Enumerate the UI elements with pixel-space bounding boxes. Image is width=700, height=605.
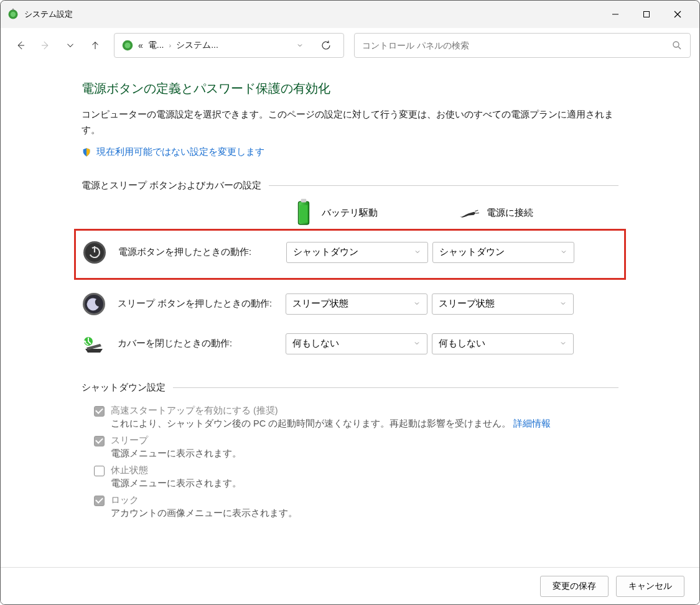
minimize-button[interactable] [600,4,631,25]
forward-button[interactable] [34,34,57,57]
unlock-link-text: 現在利用可能ではない設定を変更します [96,146,264,158]
chevron-down-icon [559,299,567,309]
select-value: シャットダウン [439,246,505,258]
address-bar[interactable]: « 電... › システム... [114,33,344,58]
checkbox-fast-startup[interactable] [94,406,105,417]
checkbox-desc: 電源メニューに表示されます。 [111,448,618,460]
chevron-down-icon [413,339,421,349]
section-shutdown: シャットダウン設定 高速スタートアップを有効にする (推奨) これにより、シャッ… [82,382,618,519]
details-link[interactable]: 詳細情報 [513,418,551,428]
sleep-button-plugged-select[interactable]: スリープ状態 [432,293,574,315]
page-title: 電源ボタンの定義とパスワード保護の有効化 [82,80,618,97]
svg-line-11 [678,47,681,49]
svg-line-16 [476,213,479,213]
refresh-button[interactable] [315,40,337,51]
search-icon[interactable] [671,40,683,51]
chevron-down-icon [414,247,421,257]
checkbox-label: ロック [111,494,618,506]
recent-button[interactable] [59,34,82,57]
select-value: スリープ状態 [439,298,495,310]
unlock-settings-link[interactable]: 現在利用可能ではない設定を変更します [82,146,264,158]
close-button[interactable] [662,4,693,25]
chevron-down-icon [559,339,567,349]
section-title: シャットダウン設定 [82,382,618,394]
breadcrumb-dropdown[interactable] [289,42,311,49]
svg-point-9 [124,42,130,48]
location-icon [121,39,134,52]
column-plugged: 電源に接続 [458,203,604,224]
app-icon [7,8,19,21]
breadcrumb-prefix: « [138,40,143,50]
checkbox-sleep[interactable] [94,436,105,446]
save-button[interactable]: 変更の保存 [540,576,609,597]
breadcrumb-part1[interactable]: 電... [148,40,164,51]
lid-close-icon [82,331,106,356]
checkbox-label: 休止状態 [111,464,618,476]
lid-close-battery-select[interactable]: 何もしない [286,333,427,354]
back-button[interactable] [9,34,32,57]
column-plugged-label: 電源に接続 [487,207,533,219]
checkbox-label: スリープ [111,435,618,446]
toolbar: « 電... › システム... [1,28,699,63]
breadcrumb-part2[interactable]: システム... [176,40,218,51]
sleep-button-icon [82,292,106,316]
lid-close-plugged-select[interactable]: 何もしない [432,333,574,354]
battery-icon [293,203,314,224]
svg-line-15 [475,210,478,211]
shield-icon [82,147,91,157]
sleep-button-battery-select[interactable]: スリープ状態 [286,293,427,315]
search-input[interactable] [362,40,671,50]
svg-point-1 [11,12,16,17]
svg-rect-13 [301,199,307,203]
power-button-battery-select[interactable]: シャットダウン [286,242,428,263]
titlebar: システム設定 [1,1,699,28]
checkbox-desc: これにより、シャットダウン後の PC の起動時間が速くなります。再起動は影響を受… [111,418,511,428]
column-battery-label: バッテリ駆動 [322,207,378,219]
select-value: 何もしない [292,338,339,349]
search-box[interactable] [354,33,691,58]
plug-icon [458,203,479,224]
checkbox-label: 高速スタートアップを有効にする (推奨) [111,405,618,417]
highlighted-row: 電源ボタンを押したときの動作: シャットダウン シャットダウン [74,229,626,280]
content: 電源ボタンの定義とパスワード保護の有効化 コンピューターの電源設定を選択できます… [1,63,699,567]
chevron-down-icon [560,247,567,257]
section-title: 電源とスリープ ボタンおよびカバーの設定 [82,180,618,192]
checkbox-desc: 電源メニューに表示されます。 [111,478,618,489]
footer: 変更の保存 キャンセル [1,567,699,604]
svg-rect-14 [300,205,308,223]
up-button[interactable] [84,34,106,57]
power-button-icon [82,240,107,265]
select-value: スリープ状態 [292,298,348,310]
row-sleep-button-label: スリープ ボタンを押したときの動作: [118,298,286,310]
svg-point-10 [673,42,679,47]
page-description: コンピューターの電源設定を選択できます。このページの設定に対して行う変更は、お使… [82,107,618,137]
select-value: 何もしない [439,338,485,349]
checkbox-desc: アカウントの画像メニューに表示されます。 [111,507,618,519]
row-lid-close-label: カバーを閉じたときの動作: [118,338,286,349]
checkbox-lock[interactable] [94,496,105,506]
power-button-plugged-select[interactable]: シャットダウン [432,242,574,263]
section-power-buttons: 電源とスリープ ボタンおよびカバーの設定 バッテリ駆動 電源に接続 [82,180,618,362]
window-title: システム設定 [24,9,600,20]
row-power-button-label: 電源ボタンを押したときの動作: [118,246,286,258]
svg-rect-3 [644,12,650,17]
cancel-button[interactable]: キャンセル [616,576,684,597]
column-battery: バッテリ駆動 [293,203,439,224]
chevron-down-icon [413,299,421,309]
maximize-button[interactable] [631,4,662,25]
select-value: シャットダウン [293,246,358,258]
chevron-right-icon: › [169,42,171,49]
checkbox-hibernate[interactable] [94,466,105,476]
